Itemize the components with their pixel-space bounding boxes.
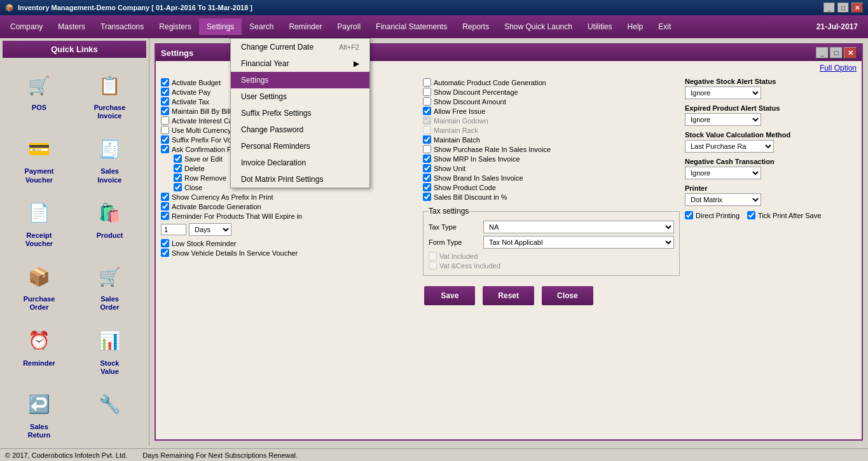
show-product-code-checkbox[interactable]: [423, 183, 431, 191]
tax-type-select[interactable]: NA VAT GST: [483, 221, 674, 233]
show-discount-amt-checkbox[interactable]: [423, 97, 431, 106]
low-stock-checkbox[interactable]: [161, 239, 169, 247]
expired-product-select[interactable]: Ignore Warn Block: [685, 113, 761, 126]
auto-product-code-checkbox[interactable]: [423, 78, 431, 86]
form-type-label: Form Type: [429, 238, 479, 246]
maintain-bill-checkbox[interactable]: [161, 107, 169, 115]
settings-maximize[interactable]: □: [830, 47, 843, 58]
negative-stock-select[interactable]: Ignore Warn Block: [685, 86, 761, 99]
activate-budget-label: Activate Budget: [172, 79, 221, 86]
dropdown-suffix-prefix[interactable]: Suffix Prefix Settings: [231, 105, 369, 121]
maintain-batch-checkbox[interactable]: [423, 135, 431, 144]
activate-tax-checkbox[interactable]: [161, 97, 169, 106]
app-icon: 📦: [5, 4, 14, 12]
quick-link-pos[interactable]: 🛒 POS: [5, 64, 73, 125]
dropdown-financial-year[interactable]: Financial Year ▶: [231, 55, 369, 72]
dropdown-change-password[interactable]: Change Password: [231, 121, 369, 138]
menu-settings[interactable]: Settings: [199, 18, 242, 35]
suffix-prefix-checkbox[interactable]: [161, 135, 169, 144]
printer-select[interactable]: Dot Matrix Laser Inkjet: [685, 193, 761, 206]
activate-pay-checkbox[interactable]: [161, 88, 169, 96]
maintain-rack-checkbox[interactable]: [423, 126, 431, 134]
quick-link-product[interactable]: 🛍️ Product: [76, 192, 144, 253]
quick-link-purchase-invoice[interactable]: 📋 PurchaseInvoice: [76, 64, 144, 125]
quick-link-sales-return[interactable]: ↩️ SalesReturn: [5, 383, 73, 444]
settings-minimize[interactable]: _: [816, 47, 829, 58]
menu-company[interactable]: Company: [3, 18, 50, 35]
allow-free-issue-checkbox[interactable]: [423, 107, 431, 115]
menu-quick-launch[interactable]: Show Quick Launch: [497, 18, 580, 35]
title-bar-controls[interactable]: _ □ ✕: [823, 3, 863, 13]
dropdown-dot-matrix[interactable]: Dot Matrix Print Settings: [231, 171, 369, 188]
reminder-expire-checkbox[interactable]: [161, 212, 169, 220]
quick-link-sales-invoice[interactable]: 🧾 SalesInvoice: [76, 128, 144, 189]
vat-cess-label: Vat &Cess Included: [439, 262, 500, 270]
row-remove-checkbox[interactable]: [174, 174, 182, 182]
close-checkbox[interactable]: [174, 183, 182, 191]
form-type-select[interactable]: Tax Not Applicabl VAT GST: [483, 236, 674, 249]
vat-included-checkbox[interactable]: [429, 252, 437, 260]
dropdown-user-settings[interactable]: User Settings: [231, 88, 369, 105]
ask-confirm-checkbox[interactable]: [161, 145, 169, 153]
show-mrp-checkbox[interactable]: [423, 155, 431, 163]
menu-masters[interactable]: Masters: [50, 18, 93, 35]
menu-reminder[interactable]: Reminder: [281, 18, 329, 35]
dropdown-change-date[interactable]: Change Current Date Alt+F2: [231, 39, 369, 55]
multi-currency-checkbox[interactable]: [161, 126, 169, 134]
reset-button[interactable]: Reset: [483, 286, 534, 305]
menu-search[interactable]: Search: [242, 18, 281, 35]
vehicle-details-checkbox[interactable]: [161, 249, 169, 257]
tax-settings-legend: Tax settings: [429, 207, 469, 216]
sales-bill-discount-checkbox[interactable]: [423, 193, 431, 201]
settings-window-controls[interactable]: _ □ ✕: [816, 47, 857, 58]
vat-cess-checkbox[interactable]: [429, 261, 437, 270]
delete-label: Delete: [184, 165, 205, 172]
show-unit-checkbox[interactable]: [423, 164, 431, 172]
quick-link-reminder[interactable]: ⏰ Reminder: [5, 320, 73, 381]
quick-link-tools[interactable]: 🔧: [76, 383, 144, 444]
minimize-btn[interactable]: _: [823, 3, 835, 13]
show-brand-checkbox[interactable]: [423, 174, 431, 182]
menu-reports[interactable]: Reports: [455, 18, 497, 35]
vehicle-details-row: Show Vehicle Details In Service Voucher: [161, 248, 418, 258]
settings-close[interactable]: ✕: [844, 47, 857, 58]
days-input[interactable]: [161, 224, 186, 235]
quick-link-receipt-voucher[interactable]: 📄 ReceiptVoucher: [5, 192, 73, 253]
show-purchase-rate-checkbox[interactable]: [423, 145, 431, 153]
barcode-checkbox[interactable]: [161, 202, 169, 210]
negative-cash-select[interactable]: Ignore Warn Block: [685, 167, 761, 179]
days-unit-select[interactable]: Days Weeks Months: [189, 223, 231, 236]
dropdown-invoice-declaration[interactable]: Invoice Declaration: [231, 155, 369, 171]
menu-registers[interactable]: Registers: [151, 18, 199, 35]
stock-value-select[interactable]: Last Purchase Ra Average Rate FIFO: [685, 140, 774, 153]
barcode-label: Activate Barcode Generation: [172, 203, 261, 210]
menu-help[interactable]: Help: [620, 18, 651, 35]
close-btn[interactable]: ✕: [851, 3, 863, 13]
quick-link-purchase-order[interactable]: 📦 PurchaseOrder: [5, 256, 73, 317]
menu-exit[interactable]: Exit: [651, 18, 679, 35]
direct-printing-checkbox[interactable]: [685, 211, 693, 219]
maximize-btn[interactable]: □: [837, 3, 849, 13]
quick-link-sales-order[interactable]: 🛒 SalesOrder: [76, 256, 144, 317]
close-button[interactable]: Close: [542, 286, 593, 305]
dropdown-settings[interactable]: Settings: [231, 72, 369, 88]
save-button[interactable]: Save: [424, 286, 475, 305]
activate-interest-checkbox[interactable]: [161, 116, 169, 125]
currency-prefix-checkbox[interactable]: [161, 193, 169, 201]
dropdown-personal-reminders[interactable]: Personal Reminders: [231, 138, 369, 155]
reminder-expire-label: Reminder For Products That Will Expire i…: [172, 212, 302, 220]
status-message: Days Remaining For Next Subscriptions Re…: [142, 451, 298, 459]
ask-confirm-label: Ask Confirmation For: [172, 146, 237, 153]
tick-print-checkbox[interactable]: [747, 211, 755, 219]
show-discount-pct-checkbox[interactable]: [423, 88, 431, 96]
menu-utilities[interactable]: Utilities: [580, 18, 620, 35]
activate-budget-checkbox[interactable]: [161, 78, 169, 86]
menu-transactions[interactable]: Transactions: [93, 18, 151, 35]
menu-payroll[interactable]: Payroll: [329, 18, 368, 35]
quick-link-payment-voucher[interactable]: 💳 PaymentVoucher: [5, 128, 73, 189]
menu-financial[interactable]: Financial Statements: [368, 18, 455, 35]
save-edit-checkbox[interactable]: [174, 155, 182, 163]
maintain-godown-checkbox[interactable]: [423, 116, 431, 125]
quick-link-stock-value[interactable]: 📊 StockValue: [76, 320, 144, 381]
delete-checkbox[interactable]: [174, 164, 182, 172]
